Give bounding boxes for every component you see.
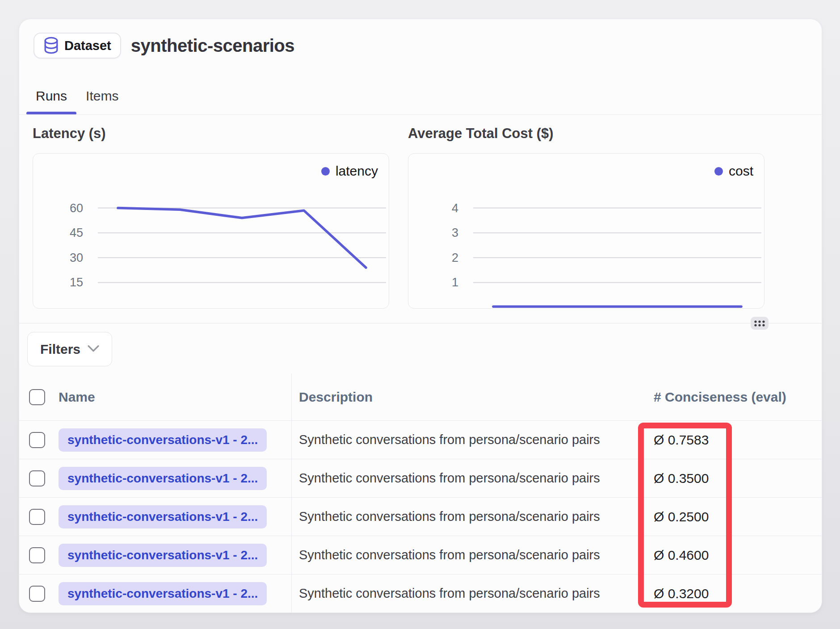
runs-table: Name Description # Conciseness (eval) sy… xyxy=(19,373,822,612)
resize-grip-icon[interactable] xyxy=(751,317,769,330)
table-row[interactable]: synthetic-conversations-v1 - 2... Synthe… xyxy=(19,574,822,612)
run-name-link[interactable]: synthetic-conversations-v1 - 2... xyxy=(59,467,267,490)
run-description: Synthetic conversations from persona/sce… xyxy=(299,471,600,486)
conciseness-value: Ø 0.3200 xyxy=(654,586,709,601)
tab-bar: Runs Items xyxy=(26,77,128,115)
tab-bar-divider xyxy=(19,114,822,115)
run-description: Synthetic conversations from persona/sce… xyxy=(299,586,600,601)
run-description: Synthetic conversations from persona/sce… xyxy=(299,548,600,562)
conciseness-value: Ø 0.7583 xyxy=(654,432,709,448)
cost-chart: 1234 cost xyxy=(408,153,764,309)
row-checkbox[interactable] xyxy=(29,432,45,448)
page-header: Dataset synthetic-scenarios xyxy=(34,33,294,59)
cost-legend-label: cost xyxy=(729,164,753,179)
page-title: synthetic-scenarios xyxy=(131,36,294,56)
conciseness-value: Ø 0.2500 xyxy=(654,509,709,524)
latency-legend-label: latency xyxy=(336,164,378,179)
conciseness-value: Ø 0.3500 xyxy=(654,471,709,486)
row-checkbox[interactable] xyxy=(29,470,45,486)
run-name-link[interactable]: synthetic-conversations-v1 - 2... xyxy=(59,582,267,605)
run-name-link[interactable]: synthetic-conversations-v1 - 2... xyxy=(59,505,267,528)
row-checkbox[interactable] xyxy=(29,586,45,602)
cost-chart-title: Average Total Cost ($) xyxy=(408,126,554,142)
section-divider xyxy=(19,323,822,323)
column-header-name: Name xyxy=(59,390,95,405)
filters-button[interactable]: Filters xyxy=(27,332,112,366)
cost-chart-plot: 1234 xyxy=(408,154,764,308)
tab-items[interactable]: Items xyxy=(76,77,128,115)
table-row[interactable]: synthetic-conversations-v1 - 2... Synthe… xyxy=(19,536,822,574)
conciseness-value: Ø 0.4600 xyxy=(654,548,709,563)
filters-button-label: Filters xyxy=(40,342,80,357)
tab-runs[interactable]: Runs xyxy=(26,77,76,115)
dataset-page-card: Dataset synthetic-scenarios Runs Items L… xyxy=(19,19,822,613)
row-checkbox[interactable] xyxy=(29,509,45,525)
table-row[interactable]: synthetic-conversations-v1 - 2... Synthe… xyxy=(19,420,822,459)
database-icon xyxy=(43,37,59,55)
svg-text:1: 1 xyxy=(452,276,458,289)
run-name-link[interactable]: synthetic-conversations-v1 - 2... xyxy=(59,544,267,567)
select-all-checkbox[interactable] xyxy=(29,389,45,405)
chevron-down-icon xyxy=(88,345,99,354)
svg-text:4: 4 xyxy=(452,201,458,215)
run-description: Synthetic conversations from persona/sce… xyxy=(299,432,600,447)
row-checkbox[interactable] xyxy=(29,547,45,563)
table-header-row: Name Description # Conciseness (eval) xyxy=(19,373,822,420)
latency-legend: latency xyxy=(321,164,378,179)
dataset-badge: Dataset xyxy=(34,33,121,59)
latency-chart-title: Latency (s) xyxy=(33,126,106,142)
run-description: Synthetic conversations from persona/sce… xyxy=(299,509,600,524)
latency-legend-dot xyxy=(321,167,330,176)
table-row[interactable]: synthetic-conversations-v1 - 2... Synthe… xyxy=(19,459,822,497)
column-header-description: Description xyxy=(299,390,373,405)
svg-text:3: 3 xyxy=(452,226,458,239)
table-row[interactable]: synthetic-conversations-v1 - 2... Synthe… xyxy=(19,497,822,536)
cost-legend-dot xyxy=(714,167,723,176)
column-header-conciseness: # Conciseness (eval) xyxy=(654,390,786,405)
svg-text:30: 30 xyxy=(70,251,83,264)
svg-text:45: 45 xyxy=(70,226,83,239)
dataset-badge-label: Dataset xyxy=(64,38,111,53)
run-name-link[interactable]: synthetic-conversations-v1 - 2... xyxy=(59,428,267,452)
cost-legend: cost xyxy=(714,164,753,179)
svg-text:15: 15 xyxy=(70,276,83,289)
svg-text:2: 2 xyxy=(452,251,458,264)
latency-chart: 15304560 latency xyxy=(33,153,389,309)
svg-text:60: 60 xyxy=(70,201,83,215)
